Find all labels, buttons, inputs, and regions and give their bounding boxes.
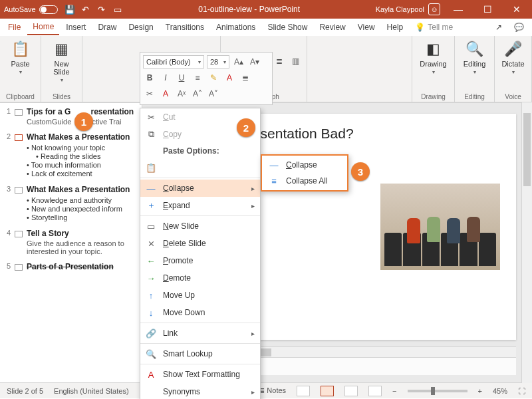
columns-button[interactable]: ▥ bbox=[289, 55, 302, 68]
chevron-right-icon: ▸ bbox=[251, 202, 255, 209]
chevron-down-icon[interactable]: ▾ bbox=[473, 69, 476, 75]
scrollbar-thumb[interactable] bbox=[523, 113, 531, 186]
redo-icon[interactable]: ↷ bbox=[96, 4, 107, 15]
outline-slide-2[interactable]: 2 What Makes a Presentation • Not knowin… bbox=[3, 132, 139, 178]
user-account[interactable]: Kayla Claypool ☺ bbox=[376, 3, 440, 15]
font-name-combo[interactable]: Calibri (Body)▾ bbox=[143, 55, 204, 68]
zoom-slider[interactable] bbox=[408, 390, 467, 392]
tab-design[interactable]: Design bbox=[123, 20, 158, 35]
decrease-font-icon[interactable]: A▾ bbox=[248, 55, 261, 68]
status-slide-count[interactable]: Slide 2 of 5 bbox=[7, 387, 43, 395]
italic-button[interactable]: I bbox=[159, 71, 172, 84]
ctx-demote[interactable]: →Demote bbox=[140, 269, 260, 287]
zoom-out-button[interactable]: − bbox=[392, 387, 396, 395]
fit-to-window-button[interactable]: ⛶ bbox=[518, 387, 525, 395]
submenu-collapse[interactable]: —Collapse bbox=[263, 157, 346, 173]
ctx-show-text-formatting[interactable]: AShow Text Formatting bbox=[140, 366, 260, 383]
tab-slideshow[interactable]: Slide Show bbox=[262, 20, 313, 35]
paste-button[interactable]: 📋 Paste ▾ bbox=[4, 39, 37, 76]
tab-review[interactable]: Review bbox=[314, 20, 350, 35]
group-voice: 🎤 Dictate ▾ Voice bbox=[495, 36, 532, 102]
ctx-expand[interactable]: ＋Expand▸ bbox=[140, 197, 260, 214]
view-outline-button[interactable] bbox=[321, 386, 334, 396]
slide-subtitle: Give the audience a reason to interested… bbox=[27, 239, 139, 255]
view-normal-button[interactable] bbox=[297, 386, 310, 396]
increase-font-icon[interactable]: A▴ bbox=[232, 55, 245, 68]
font-color-button[interactable]: A bbox=[223, 71, 236, 84]
format-painter-icon[interactable]: ✂ bbox=[143, 87, 156, 100]
ctx-collapse[interactable]: —Collapse▸ bbox=[140, 180, 260, 197]
slide-title: What Makes a Presentation bbox=[27, 185, 139, 194]
font-size-combo[interactable]: 28▾ bbox=[207, 55, 229, 68]
zoom-in-button[interactable]: + bbox=[478, 387, 482, 395]
ctx-smart-lookup[interactable]: 🔍Smart Lookup bbox=[140, 345, 260, 362]
outline-slide-1[interactable]: 1 Tips for a G resentation CustomGuide t… bbox=[3, 107, 139, 126]
bullets-button[interactable]: ≣ bbox=[239, 71, 252, 84]
close-button[interactable]: ✕ bbox=[505, 4, 528, 15]
ctx-move-down[interactable]: ↓Move Down bbox=[140, 304, 260, 321]
comments-button[interactable]: 💬 bbox=[509, 20, 529, 35]
tab-home[interactable]: Home bbox=[27, 19, 59, 35]
chevron-down-icon[interactable]: ▾ bbox=[432, 69, 435, 75]
toggle-off-icon[interactable] bbox=[39, 5, 58, 14]
notes-toggle[interactable]: ≣ Notes bbox=[259, 386, 286, 395]
chevron-down-icon[interactable]: ▾ bbox=[61, 77, 63, 83]
slide-icon bbox=[15, 264, 23, 271]
drawing-button[interactable]: ◧ Drawing ▾ bbox=[416, 39, 450, 76]
vertical-scrollbar[interactable] bbox=[521, 102, 532, 383]
outline-slide-4[interactable]: 4 Tell a Story Give the audience a reaso… bbox=[3, 229, 139, 255]
ctx-paste-option[interactable]: 📋 bbox=[140, 159, 260, 176]
font-color-2-button[interactable]: A bbox=[159, 87, 172, 100]
tab-help[interactable]: Help bbox=[382, 20, 409, 35]
start-slideshow-icon[interactable]: ▭ bbox=[112, 4, 123, 15]
tab-insert[interactable]: Insert bbox=[61, 20, 91, 35]
status-language[interactable]: English (United States) bbox=[54, 387, 129, 395]
tab-transitions[interactable]: Transitions bbox=[160, 20, 209, 35]
expand-icon: ＋ bbox=[146, 200, 156, 211]
clear-formatting-icon[interactable]: Aᵡ bbox=[175, 87, 188, 100]
ctx-synonyms[interactable]: Synonyms▸ bbox=[140, 383, 260, 399]
dictate-button[interactable]: 🎤 Dictate ▾ bbox=[499, 39, 527, 76]
underline-button[interactable]: U bbox=[175, 71, 188, 84]
tab-view[interactable]: View bbox=[352, 20, 380, 35]
share-button[interactable]: ↗ bbox=[490, 20, 507, 35]
outline-slide-5[interactable]: 5 Parts of a Presentation bbox=[3, 262, 139, 271]
autosave-toggle[interactable]: AutoSave bbox=[4, 5, 58, 14]
align-button[interactable]: ≡ bbox=[191, 71, 204, 84]
undo-icon[interactable]: ↶ bbox=[80, 4, 91, 15]
zoom-level[interactable]: 45% bbox=[493, 387, 507, 395]
minimize-button[interactable]: — bbox=[447, 4, 469, 15]
highlight-button[interactable]: ✎ bbox=[207, 71, 220, 84]
view-reading-button[interactable] bbox=[344, 386, 358, 396]
decrease-font-2-icon[interactable]: A˅ bbox=[207, 87, 220, 100]
tab-file[interactable]: File bbox=[3, 20, 26, 35]
microphone-icon: 🎤 bbox=[504, 40, 523, 59]
ctx-new-slide[interactable]: ▭New Slide bbox=[140, 217, 260, 235]
outline-pane[interactable]: 1 Tips for a G resentation CustomGuide t… bbox=[0, 103, 142, 382]
ctx-move-up[interactable]: ↑Move Up bbox=[140, 287, 260, 304]
justify-button[interactable]: ≣ bbox=[273, 55, 286, 68]
group-drawing: ◧ Drawing ▾ Drawing bbox=[412, 36, 455, 102]
save-icon[interactable]: 💾 bbox=[65, 4, 75, 15]
tab-animations[interactable]: Animations bbox=[211, 20, 261, 35]
quick-access-toolbar: 💾 ↶ ↷ ▭ bbox=[65, 4, 123, 15]
outline-slide-3[interactable]: 3 What Makes a Presentation • Knowledge … bbox=[3, 185, 139, 222]
chevron-down-icon[interactable]: ▾ bbox=[512, 69, 515, 75]
submenu-collapse-all[interactable]: ≡Collapse All bbox=[263, 173, 346, 189]
ctx-promote[interactable]: ←Promote bbox=[140, 252, 260, 269]
increase-font-2-icon[interactable]: A˄ bbox=[191, 87, 204, 100]
new-slide-button[interactable]: ▦ New Slide ▾ bbox=[45, 39, 78, 84]
ctx-delete-slide[interactable]: ⨯Delete Slide bbox=[140, 235, 260, 252]
maximize-button[interactable]: ☐ bbox=[476, 4, 499, 15]
chevron-down-icon[interactable]: ▾ bbox=[19, 69, 22, 75]
bold-button[interactable]: B bbox=[143, 71, 156, 84]
slide-icon bbox=[15, 134, 23, 141]
ctx-link[interactable]: 🔗Link▸ bbox=[140, 325, 260, 342]
tell-me-search[interactable]: 💡Tell me bbox=[410, 20, 458, 35]
tab-draw[interactable]: Draw bbox=[92, 20, 122, 35]
outline-bullet: • New and unexpected inform bbox=[27, 205, 139, 213]
view-slideshow-button[interactable] bbox=[368, 386, 382, 396]
new-slide-label: New Slide bbox=[53, 60, 69, 76]
chevron-right-icon: ▸ bbox=[251, 388, 255, 396]
editing-button[interactable]: 🔍 Editing ▾ bbox=[459, 39, 490, 76]
